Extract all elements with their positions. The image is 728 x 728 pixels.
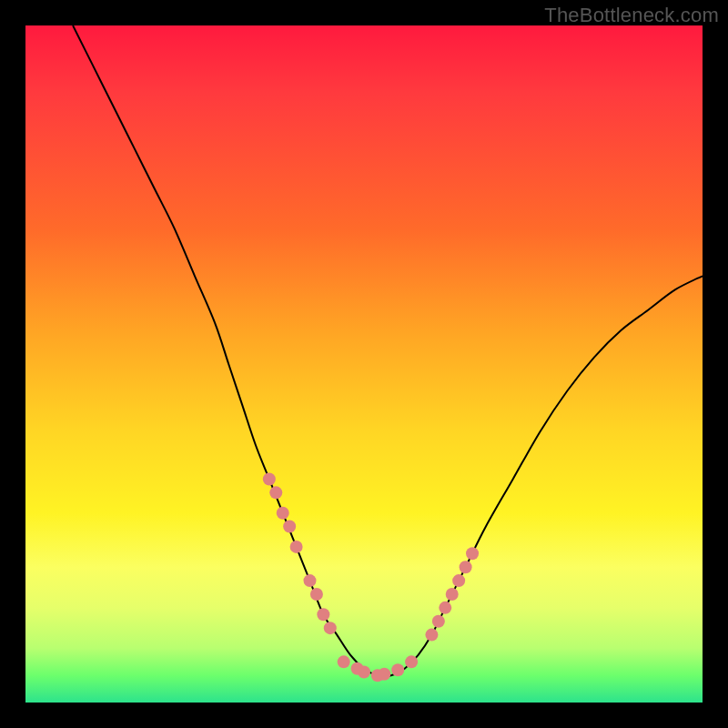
marker-dot	[283, 521, 296, 533]
curve-bottleneck-curve	[73, 25, 703, 676]
marker-dot	[269, 486, 282, 499]
marker-dot	[263, 472, 276, 485]
marker-dot	[303, 574, 316, 587]
marker-dot	[460, 561, 472, 573]
marker-dot	[324, 622, 337, 634]
marker-dot	[310, 588, 323, 601]
marker-dot	[358, 666, 370, 679]
marker-dot	[452, 574, 465, 587]
chart-svg	[25, 25, 703, 703]
marker-dot	[439, 602, 451, 614]
marker-dot	[405, 655, 418, 668]
plot-area	[25, 25, 703, 703]
marker-dot	[446, 588, 459, 601]
chart-frame: TheBottleneck.com	[0, 0, 728, 728]
marker-dot	[425, 629, 438, 642]
watermark-label: TheBottleneck.com	[544, 4, 719, 27]
marker-dot	[378, 668, 390, 681]
marker-dot	[391, 663, 404, 676]
marker-dot	[338, 655, 350, 668]
marker-dot	[466, 547, 479, 560]
marker-dot	[432, 615, 445, 628]
marker-dot	[277, 507, 289, 520]
marker-dot	[317, 608, 329, 621]
marker-dot	[290, 541, 303, 553]
